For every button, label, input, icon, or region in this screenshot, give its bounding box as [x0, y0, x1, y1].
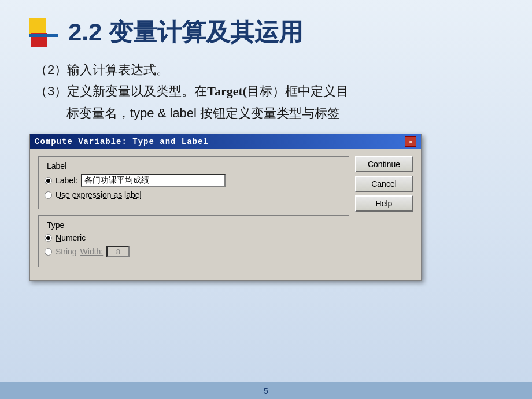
- use-expr-radio-button[interactable]: [45, 191, 52, 199]
- dialog-title: Compute Variable: Type and Label: [35, 137, 209, 146]
- type-section: Type Numeric String Width:: [38, 215, 349, 267]
- label-section: Label Label: Use expression as label: [38, 156, 349, 209]
- width-input[interactable]: [106, 246, 130, 257]
- string-label: String: [56, 247, 77, 256]
- target-keyword: Target(: [207, 84, 247, 98]
- numeric-label: Numeric: [56, 233, 86, 242]
- page-header: 2.2 变量计算及其运用: [0, 0, 532, 59]
- label-radio-button[interactable]: [45, 177, 52, 184]
- page-number: 5: [264, 386, 268, 396]
- compute-variable-dialog: Compute Variable: Type and Label ✕ Label…: [29, 134, 422, 281]
- label-radio-row[interactable]: Label:: [45, 174, 343, 187]
- help-button[interactable]: Help: [355, 195, 413, 212]
- content-line2: （2）输入计算表达式。: [35, 59, 497, 80]
- numeric-radio-row[interactable]: Numeric: [45, 233, 343, 242]
- label-radio-text: Label:: [56, 176, 77, 185]
- dialog-body: Label Label: Use expression as label: [30, 149, 421, 280]
- line3-part1: （3）定义新变量以及类型。在: [35, 84, 207, 98]
- logo-icon: [29, 18, 58, 47]
- dialog-left-panel: Label Label: Use expression as label: [38, 156, 349, 273]
- string-radio-button[interactable]: [45, 248, 52, 256]
- dialog-titlebar: Compute Variable: Type and Label ✕: [30, 134, 421, 149]
- cancel-button[interactable]: Cancel: [355, 176, 413, 192]
- use-expr-radio-row[interactable]: Use expression as label: [45, 190, 343, 200]
- continue-button[interactable]: Continue: [355, 156, 413, 172]
- bottom-bar: 5: [0, 382, 532, 399]
- page-title: 2.2 变量计算及其运用: [68, 16, 303, 49]
- line3-part2: 目标）框中定义目: [247, 84, 349, 98]
- content-line4: 标变量名，type & label 按钮定义变量类型与标签: [35, 102, 497, 124]
- type-legend: Type: [45, 220, 343, 230]
- dialog-close-button[interactable]: ✕: [405, 136, 416, 147]
- label-input[interactable]: [81, 174, 226, 187]
- content-area: （2）输入计算表达式。 （3）定义新变量以及类型。在Target(目标）框中定义…: [0, 59, 532, 124]
- dialog-wrapper: Compute Variable: Type and Label ✕ Label…: [0, 134, 532, 281]
- label-legend: Label: [45, 161, 343, 171]
- use-expr-label: Use expression as label: [56, 190, 142, 200]
- numeric-radio-button[interactable]: [45, 234, 52, 242]
- content-line3: （3）定义新变量以及类型。在Target(目标）框中定义目: [35, 80, 497, 102]
- width-label: Width:: [80, 247, 104, 256]
- dialog-right-panel: Continue Cancel Help: [355, 156, 413, 273]
- string-radio-row[interactable]: String Width:: [45, 246, 343, 257]
